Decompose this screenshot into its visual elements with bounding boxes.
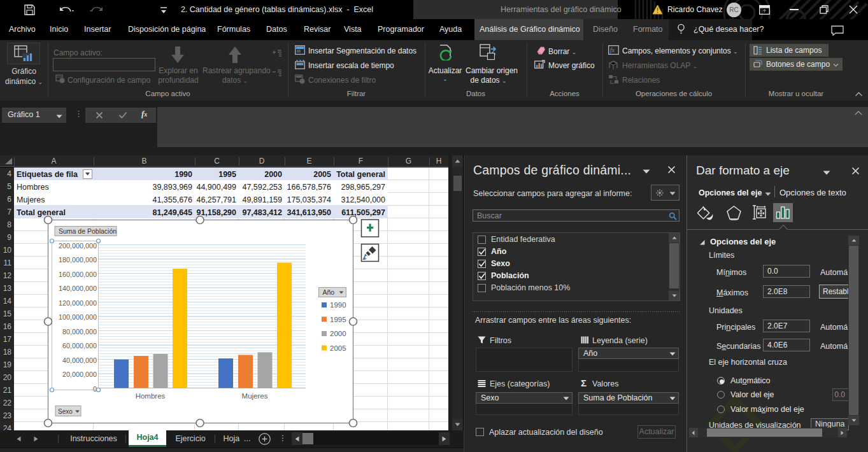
svg-text:Suma de Población: Suma de Población (59, 227, 117, 235)
svg-text:Mujeres: Mujeres (242, 392, 268, 400)
svg-text:180,000,000: 180,000,000 (59, 256, 97, 264)
svg-text:Mujeres: Mujeres (17, 195, 45, 204)
svg-text:Hombres: Hombres (136, 392, 166, 400)
svg-text:41,355,676: 41,355,676 (152, 195, 192, 204)
svg-text:2000: 2000 (264, 170, 282, 179)
svg-text:312,540,000: 312,540,000 (341, 195, 385, 204)
svg-text:2000: 2000 (330, 330, 346, 337)
svg-text:1995: 1995 (330, 316, 346, 323)
svg-text:2005: 2005 (330, 344, 346, 352)
svg-text:1990: 1990 (330, 301, 346, 309)
svg-text:120,000,000: 120,000,000 (59, 299, 97, 307)
svg-text:60,000,000: 60,000,000 (62, 342, 97, 350)
svg-text:fx: fx (610, 46, 615, 53)
svg-text:200,000,000: 200,000,000 (59, 242, 97, 250)
svg-text:298,965,297: 298,965,297 (341, 183, 385, 192)
svg-text:Sexo: Sexo (58, 408, 73, 415)
svg-text:140,000,000: 140,000,000 (59, 285, 97, 292)
svg-text:100,000,000: 100,000,000 (59, 313, 97, 321)
svg-text:40,000,000: 40,000,000 (62, 357, 97, 364)
svg-text:39,893,969: 39,893,969 (152, 183, 192, 192)
svg-text:Hombres: Hombres (17, 183, 49, 192)
svg-text:Año: Año (323, 288, 335, 296)
svg-text:80,000,000: 80,000,000 (62, 328, 97, 335)
svg-text:Etiquetas de fila: Etiquetas de fila (17, 170, 78, 179)
svg-text:175,035,374: 175,035,374 (287, 195, 331, 204)
svg-text:166,578,576: 166,578,576 (287, 183, 331, 192)
svg-text:46,257,791: 46,257,791 (196, 195, 236, 204)
svg-text:160,000,000: 160,000,000 (59, 271, 97, 278)
svg-text:20,000,000: 20,000,000 (62, 371, 97, 378)
svg-text:49,891,159: 49,891,159 (242, 195, 282, 204)
svg-text:2005: 2005 (313, 170, 331, 179)
svg-text:1990: 1990 (174, 170, 192, 179)
svg-text:Total general: Total general (336, 170, 385, 179)
svg-text:0: 0 (93, 385, 97, 393)
svg-text:44,900,499: 44,900,499 (196, 183, 236, 192)
svg-text:1995: 1995 (218, 170, 236, 179)
svg-text:47,592,253: 47,592,253 (242, 183, 282, 192)
